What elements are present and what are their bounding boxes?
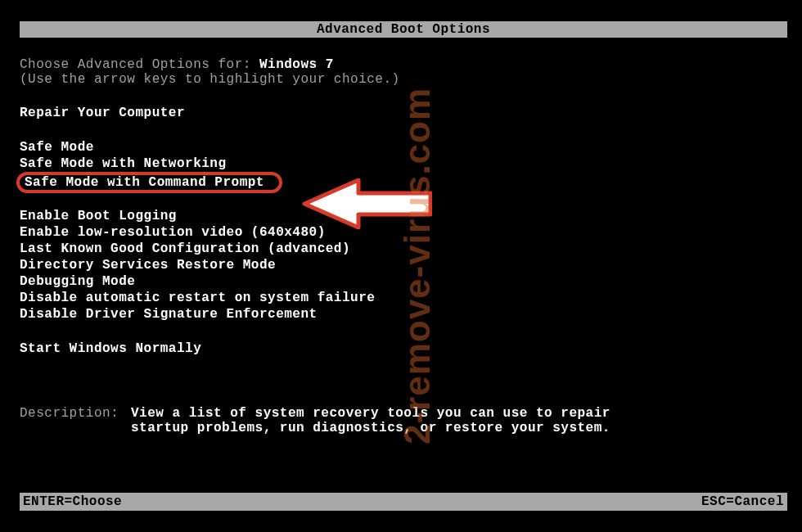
menu-start-normally[interactable]: Start Windows Normally (16, 340, 208, 357)
pointer-arrow-icon (301, 178, 432, 229)
choose-prefix: Choose Advanced Options for: (20, 57, 259, 72)
choose-line: Choose Advanced Options for: Windows 7 (20, 57, 787, 72)
description-block: Description:View a list of system recove… (20, 406, 787, 435)
menu-last-known-good[interactable]: Last Known Good Configuration (advanced) (16, 241, 357, 257)
footer-enter: ENTER=Choose (23, 494, 122, 509)
menu-enable-boot-logging[interactable]: Enable Boot Logging (16, 208, 183, 224)
description-text-1: View a list of system recovery tools you… (131, 406, 611, 421)
menu-repair[interactable]: Repair Your Computer (16, 105, 191, 121)
footer-bar: ENTER=Choose ESC=Cancel (20, 493, 787, 511)
hint-line: (Use the arrow keys to highlight your ch… (20, 72, 787, 87)
description-text-2: startup problems, run diagnostics, or re… (131, 421, 611, 435)
footer-esc: ESC=Cancel (701, 494, 784, 509)
content-area: Choose Advanced Options for: Windows 7 (… (20, 57, 787, 435)
menu-debugging-mode[interactable]: Debugging Mode (16, 273, 142, 290)
description-label: Description: (20, 406, 131, 421)
menu-disable-auto-restart[interactable]: Disable automatic restart on system fail… (16, 290, 381, 306)
menu-directory-services-restore[interactable]: Directory Services Restore Mode (16, 257, 282, 273)
page-title: Advanced Boot Options (317, 22, 490, 37)
title-bar: Advanced Boot Options (20, 21, 787, 38)
menu-low-resolution[interactable]: Enable low-resolution video (640x480) (16, 224, 332, 241)
menu-disable-driver-signature[interactable]: Disable Driver Signature Enforcement (16, 306, 324, 322)
boot-menu[interactable]: Repair Your Computer Safe Mode Safe Mode… (20, 105, 787, 357)
menu-safe-mode-command-prompt[interactable]: Safe Mode with Command Prompt (16, 172, 282, 193)
menu-safe-mode-networking[interactable]: Safe Mode with Networking (16, 156, 233, 172)
os-name: Windows 7 (259, 57, 334, 72)
menu-safe-mode[interactable]: Safe Mode (16, 139, 101, 156)
